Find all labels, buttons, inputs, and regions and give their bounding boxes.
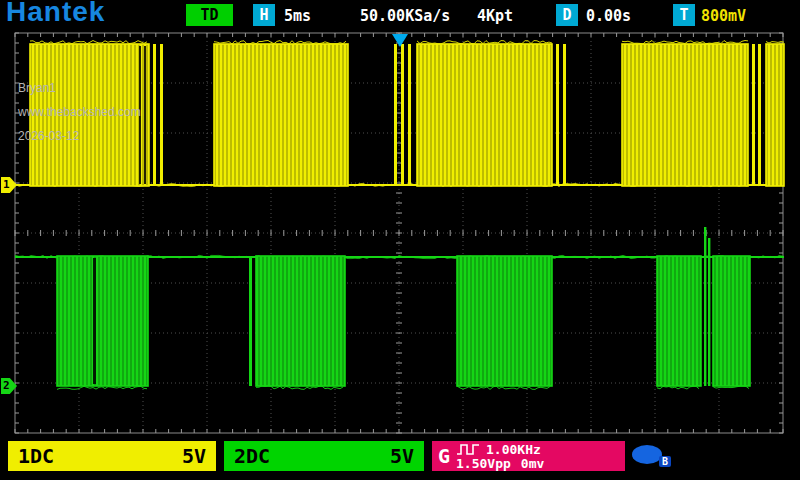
timebase-value: 5ms — [284, 7, 311, 25]
overlay-line-website: www.thebackshed.com — [18, 100, 141, 124]
trigger-badge[interactable]: T — [673, 4, 695, 26]
channel1-coupling-label: 1DC — [18, 444, 54, 468]
channel2-settings-box[interactable]: 2DC 5V — [224, 441, 424, 471]
channel1-scale-value: 5V — [182, 444, 206, 468]
square-wave-icon — [456, 443, 480, 456]
oscilloscope-screen: Hantek TD H 5ms 50.00KSa/s 4Kpt D 0.00s … — [0, 0, 800, 480]
channel2-coupling-label: 2DC — [234, 444, 270, 468]
delay-value: 0.00s — [586, 7, 631, 25]
generator-frequency-value: 1.00KHz — [486, 443, 541, 456]
channel1-settings-box[interactable]: 1DC 5V — [8, 441, 216, 471]
delay-badge[interactable]: D — [556, 4, 578, 26]
trigger-status-badge[interactable]: TD — [186, 4, 233, 26]
waveform-display — [0, 0, 800, 480]
bottom-status-bar: 1DC 5V 2DC 5V G 1.00KHz 1.50Vpp 0mv — [0, 438, 800, 480]
generator-amplitude-value: 1.50Vpp — [456, 457, 511, 470]
usb-device-icon[interactable]: B — [632, 445, 662, 464]
usb-b-label: B — [659, 456, 671, 467]
memory-depth-value: 4Kpt — [477, 7, 513, 25]
horizontal-badge[interactable]: H — [253, 4, 275, 26]
overlay-line-username: Bryan1 — [18, 76, 141, 100]
brand-logo: Hantek — [6, 0, 105, 28]
generator-offset-value: 0mv — [521, 457, 544, 470]
overlay-line-date: 2026-03-12 — [18, 124, 141, 148]
generator-settings-box[interactable]: G 1.00KHz 1.50Vpp 0mv — [432, 441, 625, 471]
generator-label: G — [438, 444, 450, 468]
sample-rate-value: 50.00KSa/s — [360, 7, 450, 25]
user-overlay-text: Bryan1 www.thebackshed.com 2026-03-12 — [18, 76, 141, 148]
top-status-bar: Hantek TD H 5ms 50.00KSa/s 4Kpt D 0.00s … — [0, 0, 800, 30]
channel2-scale-value: 5V — [390, 444, 414, 468]
trigger-level-value: 800mV — [701, 7, 746, 25]
